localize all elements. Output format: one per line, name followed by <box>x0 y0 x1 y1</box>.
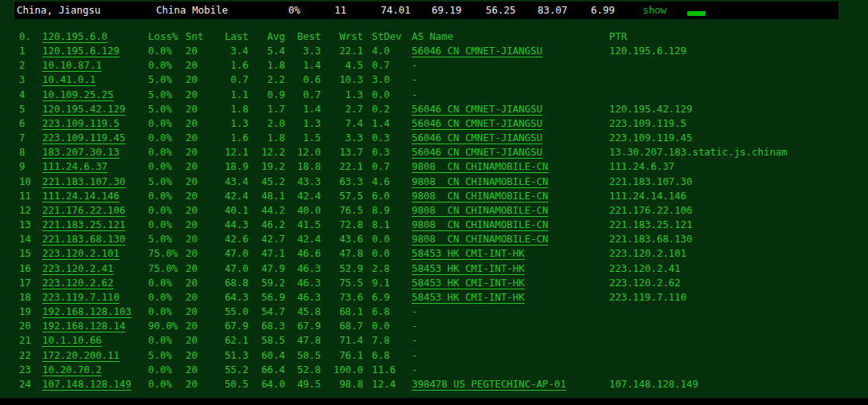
snt-cell: 20 <box>186 232 197 246</box>
ptr-cell: 111.24.14.146 <box>609 189 686 203</box>
last-cell: 1.6 <box>209 58 248 73</box>
as-name-link[interactable]: 56046 CN CMNET-JIANGSU <box>412 44 542 58</box>
ip-link[interactable]: 223.120.2.101 <box>42 246 119 261</box>
best-cell: 0.7 <box>281 88 321 102</box>
ip-link[interactable]: 10.10.87.1 <box>42 58 102 73</box>
ip-link[interactable]: 223.119.7.110 <box>42 290 119 305</box>
ip-link[interactable]: 120.195.42.129 <box>42 102 125 116</box>
best-cell: 18.8 <box>281 159 321 174</box>
wrst-cell: 22.1 <box>323 44 363 58</box>
ptr-cell: 223.109.119.45 <box>609 131 692 145</box>
ip-link[interactable]: 192.168.128.14 <box>42 319 125 333</box>
ip-link[interactable]: 192.168.128.103 <box>42 305 131 319</box>
as-name-link[interactable]: 58453 HK CMI-INT-HK <box>412 246 525 261</box>
snt-cell: 20 <box>186 203 197 218</box>
avg-cell: 54.7 <box>245 305 285 319</box>
table-row: 16223.120.2.4175.0%2047.047.946.352.92.8… <box>0 261 868 276</box>
ip-link[interactable]: 10.1.10.66 <box>42 333 102 348</box>
snt-cell: 20 <box>186 348 197 363</box>
ip-link[interactable]: 183.207.30.13 <box>42 145 119 159</box>
stdev-cell: 2.8 <box>372 261 389 276</box>
snt-cell: 20 <box>186 305 197 319</box>
hop-cell: 1 <box>19 44 25 58</box>
as-name-link[interactable]: 9808 CN CHINAMOBILE-CN <box>412 189 549 203</box>
ip-link[interactable]: 223.109.119.45 <box>42 131 125 145</box>
stdev-cell: 8.1 <box>372 218 389 232</box>
last-cell: 0.7 <box>209 73 248 87</box>
as-name-link[interactable]: 9808 CN CHINAMOBILE-CN <box>412 218 549 232</box>
as-name-link[interactable]: 56046 CN CMNET-JIANGSU <box>412 102 542 116</box>
best-cell: 45.8 <box>281 305 321 319</box>
stdev-cell: 0.3 <box>372 145 389 159</box>
ptr-cell: 120.195.42.129 <box>609 102 692 116</box>
ip-link[interactable]: 10.20.70.2 <box>42 363 102 377</box>
loss-cell: 0.0% <box>148 218 172 232</box>
hop-cell: 20 <box>19 319 31 333</box>
show-link[interactable]: show <box>643 2 667 19</box>
hop-cell: 13 <box>19 218 31 232</box>
ip-link[interactable]: 223.120.2.62 <box>42 276 114 290</box>
best-cell: 42.4 <box>281 189 321 203</box>
last-cell: 3.4 <box>209 44 248 58</box>
ptr-cell: 223.120.2.101 <box>609 246 686 261</box>
ptr-cell: 120.195.6.129 <box>609 44 686 58</box>
empty-cell: - <box>412 73 417 87</box>
table-row: 12221.176.22.1060.0%2040.144.240.076.58.… <box>0 203 868 218</box>
latency-stat-1: 74.01 <box>381 2 411 19</box>
loss-cell: 0.0% <box>148 44 172 58</box>
col-header-best: Best <box>281 29 321 44</box>
col-header-stdev: StDev <box>372 29 401 44</box>
best-cell: 47.8 <box>281 333 321 348</box>
wrst-cell: 22.1 <box>323 159 363 174</box>
as-name-link[interactable]: 58453 HK CMI-INT-HK <box>412 290 525 305</box>
best-cell: 12.0 <box>281 145 321 159</box>
progress-indicator <box>687 11 706 16</box>
ip-link[interactable]: 221.183.25.121 <box>42 218 125 232</box>
ip-link[interactable]: 172.20.200.11 <box>42 348 119 363</box>
as-name-link[interactable]: 398478 US PEGTECHINC-AP-01 <box>412 377 566 391</box>
table-row: 19192.168.128.1030.0%2055.054.745.868.16… <box>0 305 868 319</box>
stdev-cell: 1.4 <box>372 116 389 131</box>
ip-link[interactable]: 10.109.25.25 <box>42 88 114 102</box>
ip-link[interactable]: 223.109.119.5 <box>42 116 119 131</box>
last-cell: 1.6 <box>209 131 248 145</box>
as-name-link[interactable]: 58453 HK CMI-INT-HK <box>412 261 525 276</box>
as-name-link[interactable]: 9808 CN CHINAMOBILE-CN <box>412 159 549 174</box>
table-row: 1120.195.6.1290.0%203.45.43.322.14.05604… <box>0 44 868 58</box>
as-name-link[interactable]: 56046 CN CMNET-JIANGSU <box>412 131 542 145</box>
ip-link[interactable]: 107.148.128.149 <box>42 377 131 391</box>
hop-cell: 9 <box>19 159 25 174</box>
loss-cell: 0.0% <box>148 116 172 131</box>
ip-link[interactable]: 120.195.6.129 <box>42 44 119 58</box>
wrst-cell: 7.4 <box>323 116 363 131</box>
as-name-link[interactable]: 58453 HK CMI-INT-HK <box>412 276 525 290</box>
as-name-link[interactable]: 56046 CN CMNET-JIANGSU <box>412 145 542 159</box>
ip-link[interactable]: 221.183.107.30 <box>42 175 125 189</box>
ip-link[interactable]: 120.195.6.0 <box>42 29 108 44</box>
ip-link[interactable]: 221.176.22.106 <box>42 203 125 218</box>
as-name-link[interactable]: 9808 CN CHINAMOBILE-CN <box>412 232 549 246</box>
as-name-link[interactable]: 9808 CN CHINAMOBILE-CN <box>412 203 549 218</box>
col-header-wrst: Wrst <box>323 29 363 44</box>
hop-cell: 15 <box>19 246 31 261</box>
table-row: 14221.183.68.1305.0%2042.642.742.443.60.… <box>0 232 868 246</box>
best-cell: 46.6 <box>281 246 321 261</box>
ip-link[interactable]: 223.120.2.41 <box>42 261 114 276</box>
snt-cell: 20 <box>186 261 197 276</box>
hop-cell: 3 <box>19 73 25 87</box>
ip-link[interactable]: 111.24.14.146 <box>42 189 119 203</box>
as-name-link[interactable]: 9808 CN CHINAMOBILE-CN <box>412 175 549 189</box>
avg-cell: 0.9 <box>245 88 285 102</box>
avg-cell: 5.4 <box>245 44 285 58</box>
stdev-cell: 3.0 <box>372 73 389 87</box>
ip-link[interactable]: 221.183.68.130 <box>42 232 125 246</box>
as-name-link[interactable]: 56046 CN CMNET-JIANGSU <box>412 116 542 131</box>
ip-link[interactable]: 10.41.0.1 <box>42 73 96 87</box>
table-row: 24107.148.128.1490.0%2050.564.049.598.81… <box>0 377 868 391</box>
snt-cell: 20 <box>186 175 197 189</box>
ptr-cell: 13.30.207.183.static.js.chinam <box>609 145 788 159</box>
ip-link[interactable]: 111.24.6.37 <box>42 159 108 174</box>
last-cell: 42.6 <box>209 232 248 246</box>
best-cell: 67.9 <box>281 319 321 333</box>
loss-cell: 75.0% <box>148 246 178 261</box>
